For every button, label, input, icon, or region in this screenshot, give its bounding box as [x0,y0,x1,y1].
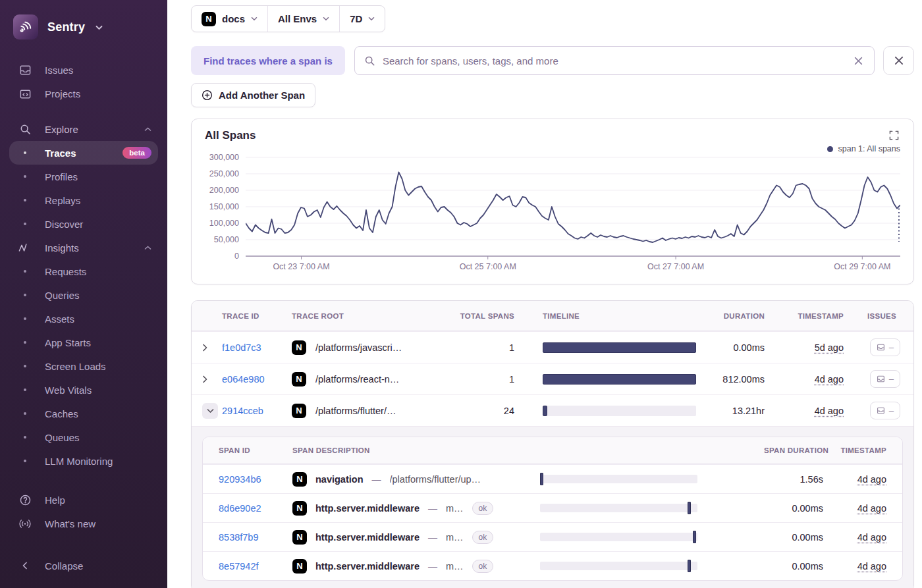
sidebar-collapse-button[interactable]: Collapse [9,554,158,577]
expand-row-button[interactable] [202,344,222,352]
bullet-icon [17,223,33,225]
search-clear-button[interactable] [852,55,865,67]
sidebar-item-queries[interactable]: Queries [9,283,158,307]
trace-timestamp[interactable]: 4d ago [815,406,844,416]
x-tick-label: Oct 25 7:00 AM [460,262,516,271]
y-tick-label: 250,000 [209,169,239,178]
sidebar-item-label: Replays [45,195,80,206]
nextjs-platform-icon: N [202,12,216,26]
sidebar-section-label: Insights [45,242,79,254]
trace-id-link[interactable]: e064e980 [222,374,292,385]
span-search-input[interactable] [383,55,845,67]
sidebar-item-label: Caches [45,408,78,419]
y-tick-label: 150,000 [209,202,239,211]
span-search-box[interactable] [354,46,875,75]
sidebar-item-help[interactable]: Help [9,488,158,512]
sidebar-item-issues[interactable]: Issues [9,58,158,82]
trace-row[interactable]: e064e980 N /platforms/react-n… 1 812.00m… [192,363,913,394]
nextjs-platform-icon: N [292,530,307,545]
sidebar-item-profiles[interactable]: Profiles [9,165,158,188]
sidebar-item-traces[interactable]: Traces beta [9,141,158,165]
span-row[interactable]: 8e57942f N http.server.middleware — m… o… [203,551,902,580]
sidebar-item-requests[interactable]: Requests [9,259,158,283]
project-selector[interactable]: N docs [192,6,267,32]
x-tick-label: Oct 27 7:00 AM [647,262,704,271]
span-id-link[interactable]: 8538f7b9 [219,532,292,543]
trace-timestamp[interactable]: 5d ago [815,342,844,353]
trace-timestamp[interactable]: 4d ago [815,374,844,385]
trace-duration: 0.00ms [733,342,770,353]
span-op: http.server.middleware [315,561,420,572]
trace-root: /platforms/react-n… [315,374,399,385]
span-duration: 0.00ms [792,503,828,514]
sidebar-item-screen-loads[interactable]: Screen Loads [9,354,158,378]
sidebar-section-explore[interactable]: Explore [9,117,158,141]
fullscreen-icon [889,130,899,140]
sidebar-item-label: Screen Loads [45,361,106,372]
span-id-link[interactable]: 8e57942f [219,561,292,572]
trace-id-link[interactable]: 2914cceb [222,406,292,416]
traces-table-header: TRACE ID TRACE ROOT TOTAL SPANS TIMELINE… [192,301,913,331]
sidebar-item-projects[interactable]: Projects [9,82,158,105]
chevron-down-icon [207,408,214,414]
span-id-link[interactable]: 920934b6 [219,474,292,485]
expand-chart-button[interactable] [888,129,900,142]
sidebar-item-whats-new[interactable]: What's new [9,512,158,535]
date-range-selector[interactable]: 7D [339,6,385,32]
add-another-span-button[interactable]: Add Another Span [191,83,315,107]
sidebar-item-label: Traces [45,147,76,159]
environment-selector[interactable]: All Envs [267,6,339,32]
org-switcher[interactable]: Sentry [0,9,167,43]
span-timestamp[interactable]: 4d ago [857,532,886,543]
bullet-icon [17,365,33,367]
total-spans: 24 [504,406,514,416]
timeline-track [543,342,696,353]
span-id-link[interactable]: 8d6e90e2 [219,503,292,514]
insights-icon [17,243,33,252]
issues-button[interactable]: – [870,370,900,388]
trace-row[interactable]: f1e0d7c3 N /platforms/javascri… 1 0.00ms… [192,331,913,363]
span-row[interactable]: 920934b6 N navigation — /platforms/flutt… [203,464,902,493]
span-row[interactable]: 8d6e90e2 N http.server.middleware — m… o… [203,493,902,522]
span-timestamp[interactable]: 4d ago [857,561,886,572]
span-description: m… [446,561,464,572]
sidebar-item-label: Collapse [45,560,83,572]
collapse-row-button[interactable] [202,403,218,419]
org-name: Sentry [47,20,85,34]
issues-icon [17,64,33,76]
sidebar-item-llm-monitoring[interactable]: LLM Monitoring [9,449,158,473]
remove-span-filter-button[interactable] [883,46,914,75]
sidebar-item-queues[interactable]: Queues [9,425,158,449]
sidebar-item-web-vitals[interactable]: Web Vitals [9,378,158,402]
issues-button[interactable]: – [870,338,900,356]
trace-id-link[interactable]: f1e0d7c3 [222,342,292,353]
bullet-icon [17,341,33,344]
sidebar-item-assets[interactable]: Assets [9,307,158,331]
chevron-down-icon [251,16,258,21]
chart-x-axis: Oct 23 7:00 AM Oct 25 7:00 AM Oct 27 7:0… [246,260,900,273]
sidebar-item-caches[interactable]: Caches [9,402,158,425]
span-timestamp[interactable]: 4d ago [857,503,886,514]
trace-duration: 812.00ms [722,374,770,385]
sidebar-item-label: Projects [45,88,80,99]
separator: — [428,503,437,514]
span-status-badge: ok [472,502,494,515]
sidebar-item-discover[interactable]: Discover [9,212,158,236]
nextjs-platform-icon: N [292,501,307,516]
sidebar-item-label: Requests [45,266,86,277]
trace-row-expanded[interactable]: 2914cceb N /platforms/flutter/… 24 13.21… [192,394,913,426]
expand-row-button[interactable] [202,375,222,383]
sidebar-item-label: Issues [45,65,73,76]
span-row[interactable]: 8538f7b9 N http.server.middleware — m… o… [203,522,902,551]
sidebar-item-replays[interactable]: Replays [9,188,158,212]
chart-plot-area[interactable] [246,155,900,260]
sidebar-section-insights[interactable]: Insights [9,236,158,259]
sidebar-item-app-starts[interactable]: App Starts [9,331,158,354]
issues-button[interactable]: – [870,402,900,419]
x-tick-label: Oct 23 7:00 AM [273,262,329,271]
spans-series-line [246,173,900,243]
chevron-up-icon [144,246,151,250]
span-timestamp[interactable]: 4d ago [857,474,886,485]
span-filter-chip: Find traces where a span is [191,46,345,75]
chevron-down-icon [95,21,103,33]
